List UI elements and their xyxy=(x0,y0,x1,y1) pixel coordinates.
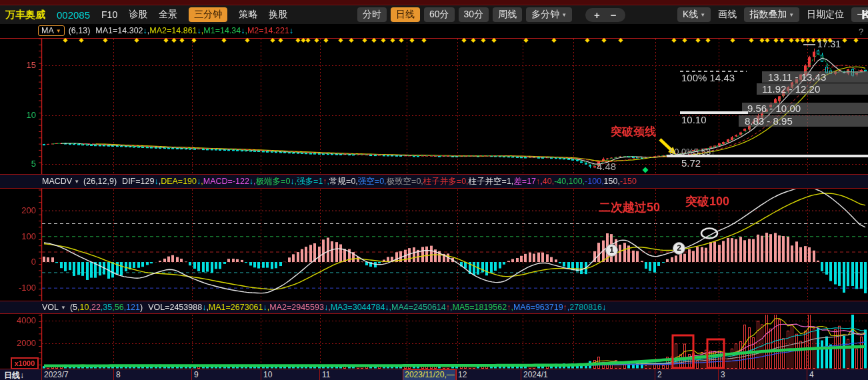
ma-selector-label: MA xyxy=(41,26,54,35)
macd-values: DIF=129↓,DEA=190↓,MACD=-122↓,极端多=0↓,强多=1… xyxy=(122,176,637,187)
vol-value-5: MA5=1819562↑ xyxy=(452,303,511,312)
vol-value-7: 2780816↓ xyxy=(569,303,606,312)
axis-separator xyxy=(113,369,114,380)
macd-value-16: -150 xyxy=(620,177,637,186)
toolbar-left-item-4[interactable]: 策略 xyxy=(239,9,257,21)
toolbar-left-item-0[interactable]: F10 xyxy=(101,9,117,20)
stock-code: 002085 xyxy=(57,9,90,21)
axis-separator xyxy=(41,369,42,380)
vol-param-4: ,56 xyxy=(112,303,123,312)
date-label-6: 2024/1 xyxy=(523,370,548,379)
toolbar-left-item-5[interactable]: 换股 xyxy=(269,9,287,21)
ma-params: (6,13) xyxy=(69,26,91,35)
macd-value-1: DEA=190↓ xyxy=(161,177,201,186)
chevron-down-icon: ▼ xyxy=(561,12,567,18)
macd-value-14: -100 xyxy=(585,177,601,186)
date-label-8: 3 xyxy=(721,370,725,379)
vol-value-2: MA2=2945593↓ xyxy=(269,303,328,312)
period-tab-4[interactable]: 周线 xyxy=(493,7,522,22)
stock-name: 万丰奥威 xyxy=(5,9,45,21)
ma-selector-dropdown[interactable]: MA▼ xyxy=(38,25,65,36)
macd-value-2: MACD=-122↓ xyxy=(203,177,253,186)
macd-value-10: 差=17↑ xyxy=(513,177,540,186)
macd-selector-dropdown[interactable]: MACDV▼ xyxy=(42,177,79,186)
selected-date-badge[interactable]: 2023/11/20,— xyxy=(403,369,457,380)
period-label: 日线 xyxy=(4,371,20,380)
ma-value-1: MA2=14.861↓ xyxy=(149,26,201,35)
ma-indicator-row: MA▼ (6,13) MA1=14.302↓,MA2=14.861↓,M1=14… xyxy=(0,24,868,37)
axis-separator xyxy=(655,369,655,380)
main-toolbar: 万丰奥威 002085 F10诊股全景三分钟策略换股 分时日线60分30分周线多… xyxy=(0,5,868,25)
zoom-out-button[interactable]: − xyxy=(611,9,617,21)
chevron-down-icon: ▼ xyxy=(789,12,794,18)
date-label-9: 4 xyxy=(809,370,814,379)
vol-value-3: MA3=3044784↓ xyxy=(331,303,389,312)
chevron-down-icon: ▼ xyxy=(61,305,66,311)
chevron-down-icon: ▼ xyxy=(56,28,61,34)
toolbar-right-item-0[interactable]: K线▼ xyxy=(677,7,711,22)
date-label-4: 11 xyxy=(322,370,330,379)
macd-value-11: 40 xyxy=(543,177,552,186)
period-indicator[interactable]: 日线↓ xyxy=(4,370,24,380)
period-tab-3[interactable]: 30分 xyxy=(459,7,489,22)
period-tab-1[interactable]: 日线 xyxy=(391,7,420,22)
arrow-down-icon: ↓ xyxy=(289,26,293,35)
vol-param-2: ,22 xyxy=(89,303,100,312)
date-label-7: 2 xyxy=(657,370,662,379)
toolbar-right-item-1[interactable]: 画线 xyxy=(718,9,737,21)
axis-separator xyxy=(455,369,456,380)
macd-value-7: 极致空=0 xyxy=(387,177,421,186)
toolbar-left-item-2[interactable]: 全景 xyxy=(159,9,177,21)
period-tab-2[interactable]: 60分 xyxy=(424,7,455,22)
macd-selector-label: MACDV xyxy=(42,177,72,186)
chart-canvas[interactable] xyxy=(0,0,868,380)
main-panel-help-icon[interactable]: ? xyxy=(859,27,863,37)
macd-value-3: 极端多=0↓ xyxy=(256,177,295,186)
vol-params: (5,10,22,35,56,121) xyxy=(70,303,143,312)
toolbar-right-item-2[interactable]: 指数叠加▼ xyxy=(744,7,799,22)
toolbar-left-group: 万丰奥威 002085 F10诊股全景三分钟策略换股 xyxy=(5,5,287,24)
zoom-in-button[interactable]: + xyxy=(594,9,600,21)
axis-separator xyxy=(319,369,320,380)
macd-value-0: DIF=129↓ xyxy=(122,177,159,186)
macd-value-4: 强多=1↑ xyxy=(297,177,327,186)
arrow-down-icon: ↓ xyxy=(602,303,606,312)
toolbar-period-group: 分时日线60分30分周线多分钟▼+− xyxy=(357,5,625,24)
app-logo-fragment: K xyxy=(861,7,868,23)
period-tab-0[interactable]: 分时 xyxy=(357,7,387,22)
vol-value-1: MA1=2673061↓ xyxy=(209,303,267,312)
toolbar-left-item-3[interactable]: 三分钟 xyxy=(189,7,227,22)
toolbar-left-item-1[interactable]: 诊股 xyxy=(129,9,147,21)
vol-value-4: MA4=2450614↑ xyxy=(391,303,450,312)
macd-value-12: -40 xyxy=(554,177,566,186)
date-label-2: 9 xyxy=(194,370,199,379)
ma-values: MA1=14.302↓,MA2=14.861↓,M1=14.34↓,M2=14.… xyxy=(95,26,293,35)
axis-separator xyxy=(718,369,719,380)
vol-param-0: (5 xyxy=(70,303,77,312)
ma-value-0: MA1=14.302↓ xyxy=(95,26,147,35)
vol-selector-dropdown[interactable]: VOL▼ xyxy=(42,303,66,312)
vol-param-6: ) xyxy=(140,303,143,312)
date-label-1: 8 xyxy=(116,370,121,379)
chevron-down-icon: ▼ xyxy=(74,179,79,185)
toolbar-right-group: K线▼画线指数叠加▼日期定位−自选▼ xyxy=(677,5,868,24)
vol-param-5: ,121 xyxy=(124,303,140,312)
macd-indicator-row: MACDV▼ (26,12,9) DIF=129↓,DEA=190↓,MACD=… xyxy=(0,174,868,189)
period-tab-5[interactable]: 多分钟▼ xyxy=(526,7,572,22)
axis-separator xyxy=(807,369,807,380)
date-label-0: 2023/7 xyxy=(44,370,69,379)
ma-value-3: M2=14.221↓ xyxy=(247,26,293,35)
vol-param-3: ,35 xyxy=(101,303,112,312)
macd-value-8: 柱子并多=0 xyxy=(423,177,466,186)
axis-separator xyxy=(261,369,261,380)
macd-value-9: 柱子并空=1 xyxy=(469,177,511,186)
zoom-pill: +− xyxy=(585,8,625,22)
macd-value-5: 常规=0 xyxy=(329,177,355,186)
date-label-3: 10 xyxy=(263,370,272,379)
macd-value-15: 150 xyxy=(604,177,618,186)
macd-value-6: 强空=0 xyxy=(358,177,384,186)
toolbar-right-item-3[interactable]: 日期定位 xyxy=(807,9,844,21)
app-window: 万丰奥威 002085 F10诊股全景三分钟策略换股 分时日线60分30分周线多… xyxy=(0,0,868,380)
axis-separator xyxy=(521,369,521,380)
date-label-5: 12 xyxy=(458,370,467,379)
